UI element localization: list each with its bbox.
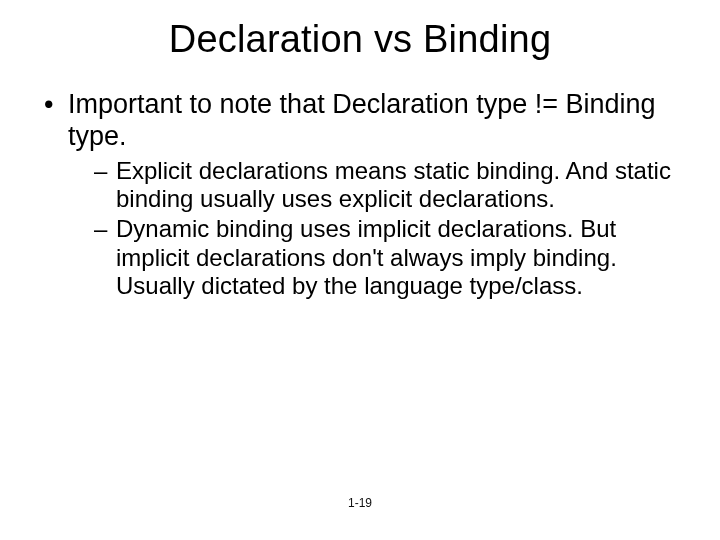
slide-number: 1-19 (0, 496, 720, 510)
slide-title: Declaration vs Binding (30, 18, 690, 61)
bullet-lvl2: Explicit declarations means static bindi… (94, 157, 690, 214)
bullet-text: Dynamic binding uses implicit declaratio… (116, 215, 617, 299)
bullet-lvl2: Dynamic binding uses implicit declaratio… (94, 215, 690, 300)
slide: Declaration vs Binding Important to note… (0, 0, 720, 540)
bullet-list-lvl2: Explicit declarations means static bindi… (68, 157, 690, 301)
bullet-text: Important to note that Declaration type … (68, 89, 656, 151)
bullet-lvl1: Important to note that Declaration type … (44, 89, 690, 300)
bullet-list-lvl1: Important to note that Declaration type … (30, 89, 690, 300)
bullet-text: Explicit declarations means static bindi… (116, 157, 671, 212)
